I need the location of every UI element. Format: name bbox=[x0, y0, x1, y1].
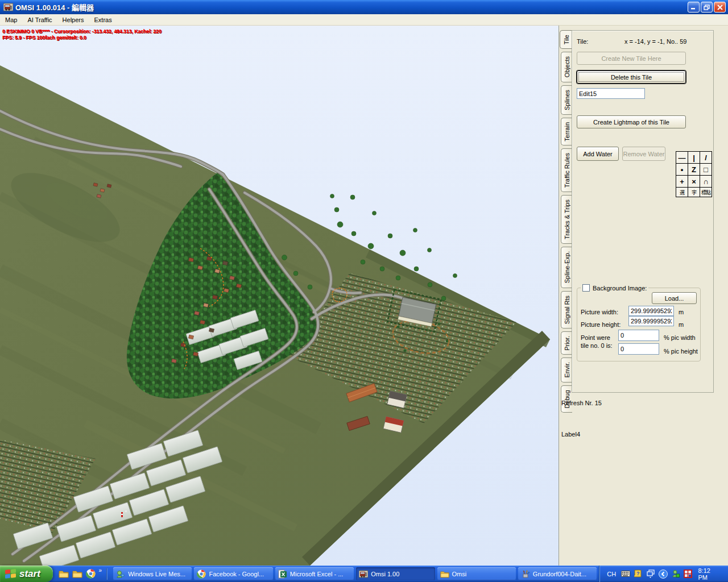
tab-spline-exp[interactable]: Spline-Exp. bbox=[561, 247, 572, 288]
background-image-label: Background Image: bbox=[593, 285, 647, 292]
refresh-counter-label: Refresh Nr. 15 bbox=[561, 400, 602, 406]
taskbar-clock[interactable]: 8:12 PM bbox=[698, 567, 721, 581]
water-tool-point[interactable]: • bbox=[676, 164, 688, 176]
task-facebook-chrome[interactable]: Facebook - Googl... bbox=[194, 567, 272, 580]
svg-text:?: ? bbox=[636, 571, 640, 576]
minimize-button[interactable] bbox=[688, 2, 700, 13]
ime-punct-char[interactable]: 標點 bbox=[700, 188, 712, 197]
tab-splines[interactable]: Splines bbox=[561, 85, 572, 115]
keyboard-icon[interactable] bbox=[621, 569, 630, 579]
picture-height-input[interactable] bbox=[628, 316, 674, 326]
point-label-line2: tile no. 0 is: bbox=[581, 342, 613, 349]
picture-width-input[interactable] bbox=[628, 306, 674, 316]
chrome-icon[interactable] bbox=[86, 569, 96, 579]
tab-tracks-trips[interactable]: Tracks & Trips bbox=[561, 195, 572, 244]
omsi-icon bbox=[359, 569, 368, 579]
display-settings-icon[interactable] bbox=[646, 569, 655, 579]
tab-strip: Tile Objects Splines Terrain Traffic Rul… bbox=[560, 30, 572, 415]
water-tool-vertical[interactable]: | bbox=[688, 152, 700, 164]
remove-water-button[interactable]: Remove Water bbox=[622, 147, 665, 161]
debug-text-line1: 0 ESKIMMO 0 VB**** - Cursorposition: -31… bbox=[2, 28, 162, 34]
task-omsi-folder[interactable]: Omsi bbox=[437, 567, 516, 580]
water-tool-horizontal[interactable]: — bbox=[676, 152, 688, 164]
quick-launch-bar: » bbox=[53, 566, 114, 582]
water-tool-arch[interactable]: ∩ bbox=[700, 176, 712, 188]
task-label: Windows Live Mes... bbox=[128, 571, 185, 577]
point-x-input[interactable] bbox=[618, 330, 659, 341]
editor-side-panel: Tile Objects Splines Terrain Traffic Rul… bbox=[559, 26, 728, 566]
point-y-input[interactable] bbox=[618, 343, 659, 355]
load-background-button[interactable]: Load... bbox=[652, 292, 697, 304]
messenger-icon bbox=[116, 569, 125, 579]
messenger-status-icon[interactable] bbox=[671, 569, 680, 579]
folder-icon[interactable] bbox=[72, 569, 82, 578]
tile-name-input[interactable] bbox=[577, 88, 645, 99]
task-label: Grundorf004-Dait... bbox=[533, 571, 586, 577]
tab-signal-rts[interactable]: Signal Rts bbox=[561, 291, 572, 329]
water-shape-toolbar: — | / • Z □ + × ∩ 選 bbox=[676, 151, 712, 197]
ime-word-char[interactable]: 字 bbox=[688, 188, 700, 197]
label4: Label4 bbox=[561, 431, 580, 438]
paint-icon bbox=[521, 569, 530, 579]
hide-icons-chevron[interactable] bbox=[659, 569, 668, 579]
language-indicator[interactable]: CH bbox=[605, 570, 618, 578]
system-tray: CH ? bbox=[599, 566, 728, 582]
menu-helpers[interactable]: Helpers bbox=[57, 15, 89, 24]
water-tool-plus[interactable]: + bbox=[676, 176, 688, 188]
point-x-unit: % pic width bbox=[664, 334, 696, 341]
taskbar-divider bbox=[106, 568, 107, 580]
tab-tile[interactable]: Tile bbox=[560, 30, 572, 49]
tab-objects[interactable]: Objects bbox=[561, 52, 572, 82]
taskbar: start » bbox=[0, 566, 728, 582]
quick-launch-overflow-chevron[interactable]: » bbox=[99, 567, 102, 573]
tab-prior[interactable]: Prior. bbox=[561, 331, 572, 355]
point-y-unit: % pic height bbox=[664, 348, 698, 355]
picture-height-unit: m bbox=[679, 321, 684, 328]
background-image-group: Background Image: Load... Picture width:… bbox=[577, 288, 701, 361]
task-grundorf-paint[interactable]: Grundorf004-Dait... bbox=[518, 567, 597, 580]
menu-bar: Map AI Traffic Helpers Extras bbox=[0, 14, 728, 26]
start-button[interactable]: start bbox=[0, 566, 53, 582]
close-button[interactable] bbox=[714, 2, 726, 13]
task-label: Omsi bbox=[452, 571, 467, 577]
delete-tile-button[interactable]: Delete this Tile bbox=[577, 70, 686, 84]
task-omsi-editor[interactable]: Omsi 1.00 bbox=[356, 567, 435, 580]
add-water-button[interactable]: Add Water bbox=[577, 147, 619, 161]
task-label: Omsi 1.00 bbox=[371, 571, 399, 577]
background-image-checkbox[interactable] bbox=[582, 284, 590, 292]
map-3d-viewport[interactable]: 0 ESKIMMO 0 VB**** - Cursorposition: -31… bbox=[0, 26, 559, 566]
water-tool-z[interactable]: Z bbox=[688, 164, 700, 176]
restore-button[interactable] bbox=[701, 2, 713, 13]
menu-extras[interactable]: Extras bbox=[89, 15, 117, 24]
debug-text-line2: FPS: 5.9 - FPS 100fach gemittelt: 0.0 bbox=[2, 35, 86, 40]
task-windows-live[interactable]: Windows Live Mes... bbox=[113, 567, 192, 580]
folder-icon bbox=[440, 569, 449, 579]
omsi-editor-tray-icon[interactable] bbox=[684, 569, 693, 579]
chrome-icon bbox=[197, 569, 206, 579]
ime-select-char[interactable]: 選 bbox=[676, 188, 688, 197]
task-excel[interactable]: Microsoft Excel - ... bbox=[275, 567, 354, 580]
title-bar[interactable]: OMSI 1.00.014 - 編輯器 bbox=[0, 0, 728, 14]
tab-terrain[interactable]: Terrain bbox=[561, 118, 572, 146]
window-title: OMSI 1.00.014 - 編輯器 bbox=[15, 2, 686, 13]
desktop: OMSI 1.00.014 - 編輯器 Map AI Traffic Helpe… bbox=[0, 0, 728, 582]
tab-envir[interactable]: Envir. bbox=[561, 357, 572, 383]
water-tool-square[interactable]: □ bbox=[700, 164, 712, 176]
water-tool-diagonal[interactable]: / bbox=[700, 152, 712, 164]
tile-coords: x = -14, y = -1, No.. 59 bbox=[624, 38, 686, 45]
map-scene bbox=[0, 26, 559, 566]
menu-ai-traffic[interactable]: AI Traffic bbox=[22, 15, 57, 24]
water-tool-x[interactable]: × bbox=[688, 176, 700, 188]
menu-map[interactable]: Map bbox=[0, 15, 22, 24]
create-new-tile-button[interactable]: Create New Tile Here bbox=[577, 52, 686, 65]
point-label-line1: Point were bbox=[581, 334, 610, 341]
help-icon[interactable]: ? bbox=[634, 569, 643, 579]
tab-traffic-rules[interactable]: Traffic Rules bbox=[561, 148, 572, 192]
omsi-app-icon bbox=[3, 3, 13, 11]
start-label: start bbox=[19, 568, 40, 580]
picture-height-label: Picture height: bbox=[581, 321, 621, 328]
create-lightmap-button[interactable]: Create Lightmap of this Tile bbox=[577, 115, 686, 128]
excel-icon bbox=[278, 569, 287, 579]
tile-tab-page: Tile: x = -14, y = -1, No.. 59 Create Ne… bbox=[572, 30, 714, 393]
folder-icon[interactable] bbox=[59, 569, 69, 578]
